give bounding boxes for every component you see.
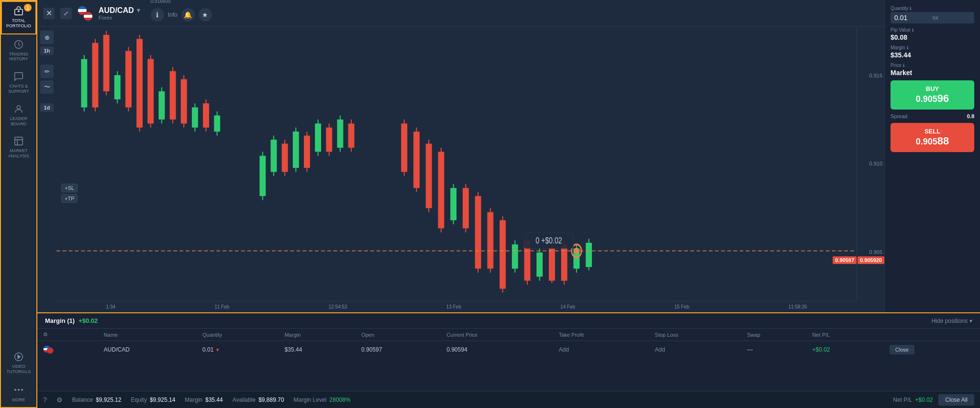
balance-value: $9,925.12 <box>96 397 121 403</box>
minimize-button[interactable]: ✕ <box>43 8 55 19</box>
sell-button[interactable]: SELL 0.90588 <box>891 123 974 152</box>
main-content: ✕ ⤢ AUD/CAD ▾ Forex <box>37 0 980 408</box>
quantity-help-icon[interactable]: ℹ <box>910 6 911 11</box>
sell-label: SELL <box>895 128 969 135</box>
buy-price: 0.90596 <box>895 92 969 105</box>
notifications-button[interactable]: 🔔 <box>181 8 195 22</box>
add-sl-button[interactable]: +SL <box>61 184 78 192</box>
svg-point-90 <box>574 248 579 254</box>
dropdown-arrow[interactable]: ▾ <box>137 7 140 14</box>
timeframe-1h[interactable]: 1h <box>40 46 54 55</box>
row-stop-loss: Add <box>649 341 742 359</box>
expand-button[interactable]: ⤢ <box>60 8 72 19</box>
sell-price: 0.90588 <box>895 135 969 147</box>
analysis-icon <box>13 136 24 146</box>
margin-level-info: Margin Level 28008% <box>294 397 351 403</box>
svg-rect-1 <box>18 11 20 12</box>
sidebar-item-label: LEADER BOARD <box>10 116 27 127</box>
table-row: AUD/CAD 0.01 ▼ $35.44 0.90597 0.90594 Ad… <box>37 341 980 359</box>
settings-icon[interactable]: ⚙ <box>43 331 48 337</box>
margin-field: Margin ℹ $35.44 <box>891 45 974 59</box>
tool-crosshair[interactable]: ⊕ <box>40 31 54 44</box>
sidebar-item-trading-history[interactable]: TRADING HISTORY <box>1 34 36 67</box>
price-tag-bid: 0.905920 <box>858 256 884 264</box>
chart-header: ✕ ⤢ AUD/CAD ▾ Forex <box>37 0 884 27</box>
col-margin: Margin <box>279 329 356 341</box>
row-current-price: 0.90594 <box>441 341 553 359</box>
close-all-button[interactable]: Close All <box>938 394 974 406</box>
col-stop-loss: Stop Loss <box>649 329 742 341</box>
balance-label: Balance <box>72 397 93 403</box>
price-value: Market <box>891 69 974 77</box>
svg-rect-11 <box>56 27 857 301</box>
tool-wave[interactable]: 〜 <box>40 80 54 94</box>
equity-info: Equity $9,925.14 <box>131 397 176 403</box>
margin-info: Margin (1) +$0.02 <box>45 317 98 324</box>
pip-value-label: Pip Value ℹ <box>891 27 974 33</box>
sl-tp-buttons: +SL +TP <box>61 184 78 203</box>
pip-help-icon[interactable]: ℹ <box>912 28 913 33</box>
sidebar-item-more[interactable]: MORE <box>1 379 36 407</box>
row-net-pl: +$0.02 <box>806 341 883 359</box>
date-label-5: 15 Feb <box>674 304 689 309</box>
portfolio-badge: 1 <box>24 4 32 11</box>
order-panel: Quantity ℹ lot Pip Value ℹ $0.08 <box>884 0 980 312</box>
col-name: Name <box>98 329 197 341</box>
date-label-6: 11:58:26 <box>788 304 807 309</box>
row-action: Close <box>884 341 980 359</box>
timeframe-1d[interactable]: 1d <box>40 103 54 112</box>
sidebar-item-video-tutorials[interactable]: VIDEO TUTORIALS <box>1 347 36 379</box>
positions-table: ⚙ Name Quantity Margin Open Current Pric… <box>37 329 980 391</box>
info-label: Info <box>168 11 178 18</box>
margin-bottom-label: Margin <box>185 397 202 403</box>
add-tp-button[interactable]: +TP <box>61 194 78 203</box>
add-take-profit-button[interactable]: Add <box>559 346 569 353</box>
sidebar-item-chats-support[interactable]: CHATS & SUPPORT <box>1 66 36 99</box>
svg-text:0  +$0.02: 0 +$0.02 <box>535 235 562 245</box>
pair-name: AUD/CAD ▾ <box>99 6 140 15</box>
sidebar-item-total-portfolio[interactable]: 1 TOTAL PORTFOLIO <box>1 1 36 34</box>
margin-level-label: Margin Level <box>294 397 327 403</box>
svg-marker-6 <box>18 355 21 359</box>
row-flag <box>37 341 98 359</box>
col-settings: ⚙ <box>37 329 98 341</box>
chat-icon <box>13 71 24 82</box>
close-position-button[interactable]: Close <box>890 345 914 354</box>
add-stop-loss-button[interactable]: Add <box>655 346 665 353</box>
margin-help-icon[interactable]: ℹ <box>907 45 908 50</box>
quantity-input-row: lot <box>891 12 974 23</box>
bottom-settings-icon[interactable]: ⚙ <box>56 396 63 404</box>
quantity-input[interactable] <box>894 14 933 22</box>
favorites-button[interactable]: ★ <box>199 8 212 22</box>
col-take-profit: Take Profit <box>553 329 649 341</box>
pair-info: AUD/CAD ▾ Forex <box>99 6 140 21</box>
price-level-905: 0.905 <box>869 249 882 255</box>
sidebar-item-label: TOTAL PORTFOLIO <box>6 18 31 29</box>
info-button[interactable]: ℹ <box>151 8 164 22</box>
pip-value: $0.08 <box>891 33 974 41</box>
sidebar-item-market-analysis[interactable]: MARKET ANALYSIS <box>1 131 36 164</box>
buy-label: BUY <box>895 85 969 92</box>
margin-count: Margin (1) <box>45 317 75 324</box>
candlestick-chart[interactable]: ⊕ 1h ✏ 〜 1d +SL +TP <box>37 27 884 312</box>
clock-icon <box>13 39 24 50</box>
margin-level-value: 28008% <box>329 397 350 403</box>
col-current-price: Current Price <box>441 329 553 341</box>
chart-svg: 0 +$0.02 <box>56 27 857 301</box>
sidebar-item-label: TRADING HISTORY <box>9 52 29 62</box>
hide-positions-button[interactable]: Hide positions ▾ <box>932 318 972 324</box>
leaderboard-icon <box>13 104 24 114</box>
price-help-icon[interactable]: ℹ <box>903 63 904 68</box>
help-icon[interactable]: ? <box>43 396 47 404</box>
row-open: 0.90597 <box>356 341 441 359</box>
equity-label: Equity <box>131 397 147 403</box>
portfolio-icon <box>13 6 24 16</box>
chart-area: ✕ ⤢ AUD/CAD ▾ Forex <box>37 0 884 312</box>
available-value: $9,889.70 <box>258 397 284 403</box>
date-label-3: 13 Feb <box>446 304 461 309</box>
positions-header: Margin (1) +$0.02 Hide positions ▾ <box>37 313 980 329</box>
buy-button[interactable]: BUY 0.90596 <box>891 80 974 110</box>
sidebar-item-leaderboard[interactable]: LEADER BOARD <box>1 99 36 132</box>
tool-pen[interactable]: ✏ <box>40 65 54 78</box>
x-axis: 1:34 11 Feb 12:54:53 13 Feb 14 Feb 15 Fe… <box>56 301 857 312</box>
